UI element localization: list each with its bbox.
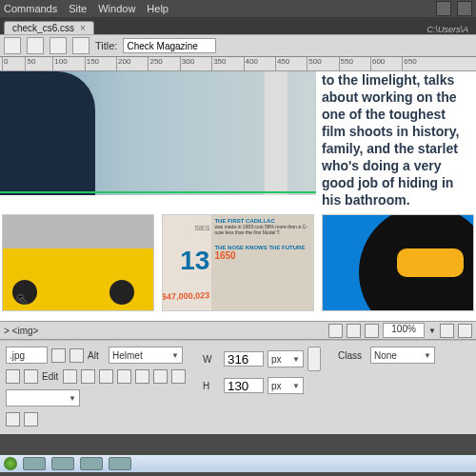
- ruler-tick: 0: [2, 57, 8, 70]
- app-footer: [0, 434, 476, 455]
- sharpen-icon[interactable]: [171, 369, 186, 384]
- map-folder-icon[interactable]: [24, 412, 38, 426]
- helmet-visor: [397, 248, 464, 277]
- ruler-tick: 300: [180, 57, 194, 70]
- document-tab-bar: check_cs6.css × C:\Users\A: [0, 17, 476, 34]
- title-input[interactable]: [123, 38, 216, 53]
- ruler-tick: 150: [85, 57, 99, 70]
- alt-value: Helmet: [112, 350, 143, 361]
- info-right: THE FIRST CADILLAC was made in 1903 cost…: [211, 215, 313, 310]
- class-value: None: [374, 350, 397, 361]
- alt-select[interactable]: Helmet▼: [109, 347, 183, 364]
- ruler-tick: 100: [52, 57, 67, 70]
- guide-line: [0, 191, 316, 193]
- properties-panel: .jpg Alt Helmet▼ Edit ▼ W: [0, 340, 476, 434]
- brightness-icon[interactable]: [153, 369, 168, 384]
- thumb-infographic[interactable]: SIES 13 $47,000,023 THE FIRST CADILLAC w…: [162, 214, 314, 311]
- hero-text[interactable]: to the limelight, talks about working on…: [316, 71, 476, 195]
- menu-site[interactable]: Site: [69, 3, 87, 14]
- live-view-icon[interactable]: [72, 37, 89, 54]
- ruler-tick: 450: [275, 57, 289, 70]
- chevron-down-icon: ▼: [171, 351, 179, 360]
- crop-icon[interactable]: [117, 369, 131, 384]
- chevron-down-icon: ▼: [292, 355, 300, 364]
- menu-window[interactable]: Window: [98, 3, 135, 14]
- zoom-level[interactable]: 100%: [383, 323, 425, 338]
- info-money: $47,000,023: [162, 290, 209, 302]
- close-tab-icon[interactable]: ×: [80, 23, 86, 33]
- code-view-icon[interactable]: [4, 37, 21, 54]
- car-wheel-icon: [109, 280, 134, 305]
- thumb-helmet[interactable]: [322, 214, 474, 311]
- browse-folder-icon[interactable]: [69, 348, 84, 363]
- layout-icon[interactable]: [436, 1, 451, 16]
- ruler-tick: 650: [402, 57, 416, 70]
- info-big-number: 13: [180, 246, 209, 276]
- height-input[interactable]: [224, 378, 264, 393]
- ruler-tick: 600: [370, 57, 385, 70]
- src-ext-value: .jpg: [10, 350, 25, 361]
- chevron-down-icon: ▼: [424, 351, 431, 360]
- os-taskbar: [0, 455, 476, 472]
- info-nose-num: 1650: [214, 250, 310, 261]
- ruler-tick: 50: [25, 57, 35, 70]
- edit-settings-icon[interactable]: [81, 369, 95, 384]
- visual-aids-icon[interactable]: [458, 324, 472, 338]
- chevron-down-icon: ▼: [69, 394, 76, 403]
- hero-section: to the limelight, talks about working on…: [0, 71, 476, 195]
- app-menu-bar: Commands Site Window Help: [0, 0, 476, 17]
- target-select[interactable]: ▼: [6, 389, 80, 407]
- design-canvas[interactable]: to the limelight, talks about working on…: [0, 71, 476, 321]
- tag-path[interactable]: > <img>: [4, 326, 38, 336]
- info-left: SIES 13 $47,000,023: [163, 215, 211, 310]
- horizontal-ruler: 050100150200250300350400450500550600650: [0, 57, 476, 71]
- extend-icon[interactable]: [457, 1, 472, 16]
- ruler-tick: 550: [339, 57, 353, 70]
- file-path-hint: C:\Users\A: [426, 25, 472, 34]
- w-unit-select[interactable]: px▼: [268, 350, 304, 367]
- thumbnail-row: SIES 13 $47,000,023 THE FIRST CADILLAC w…: [0, 214, 476, 311]
- title-label: Title:: [95, 40, 117, 51]
- person-silhouette: [0, 71, 95, 195]
- start-button-icon[interactable]: [4, 457, 17, 470]
- taskbar-app[interactable]: [23, 457, 46, 470]
- hero-image[interactable]: [0, 71, 316, 195]
- ruler-tick: 250: [148, 57, 162, 70]
- tab-label: check_cs6.css: [12, 23, 74, 33]
- width-input[interactable]: [224, 351, 264, 367]
- w-unit: px: [271, 354, 282, 365]
- hand-tool-icon[interactable]: [347, 324, 361, 338]
- class-select[interactable]: None▼: [370, 347, 435, 364]
- h-unit: px: [271, 381, 282, 391]
- chevron-down-icon: ▼: [292, 382, 300, 390]
- edit-ps-icon[interactable]: [63, 369, 77, 384]
- update-from-original-icon[interactable]: [99, 369, 113, 384]
- document-toolbar: Title:: [0, 34, 476, 57]
- menu-help[interactable]: Help: [147, 3, 169, 14]
- resample-icon[interactable]: [135, 369, 149, 384]
- link-point-icon[interactable]: [6, 369, 20, 384]
- view-options-icon[interactable]: [440, 324, 454, 338]
- design-view-icon[interactable]: [50, 37, 67, 54]
- mouse-cursor-icon: ↖: [16, 290, 29, 308]
- zoom-tool-icon[interactable]: [365, 324, 379, 338]
- lock-aspect-icon[interactable]: [307, 347, 321, 371]
- split-view-icon[interactable]: [27, 37, 44, 54]
- point-to-file-icon[interactable]: [51, 348, 66, 363]
- map-point-icon[interactable]: [6, 412, 20, 426]
- workspace-icons: [436, 1, 472, 16]
- src-ext-field[interactable]: .jpg: [6, 347, 48, 364]
- edit-label: Edit: [42, 371, 59, 382]
- h-unit-select[interactable]: px▼: [268, 377, 304, 394]
- document-tab[interactable]: check_cs6.css ×: [4, 21, 94, 34]
- ruler-tick: 400: [244, 57, 258, 70]
- taskbar-app[interactable]: [51, 457, 74, 470]
- building-pillar: [265, 71, 288, 195]
- menu-commands[interactable]: Commands: [4, 3, 57, 14]
- link-folder-icon[interactable]: [24, 369, 38, 384]
- width-label: W: [203, 354, 220, 365]
- pointer-tool-icon[interactable]: [328, 324, 343, 338]
- zoom-dropdown-icon[interactable]: ▼: [428, 327, 436, 335]
- taskbar-app[interactable]: [109, 457, 131, 470]
- taskbar-app[interactable]: [80, 457, 103, 470]
